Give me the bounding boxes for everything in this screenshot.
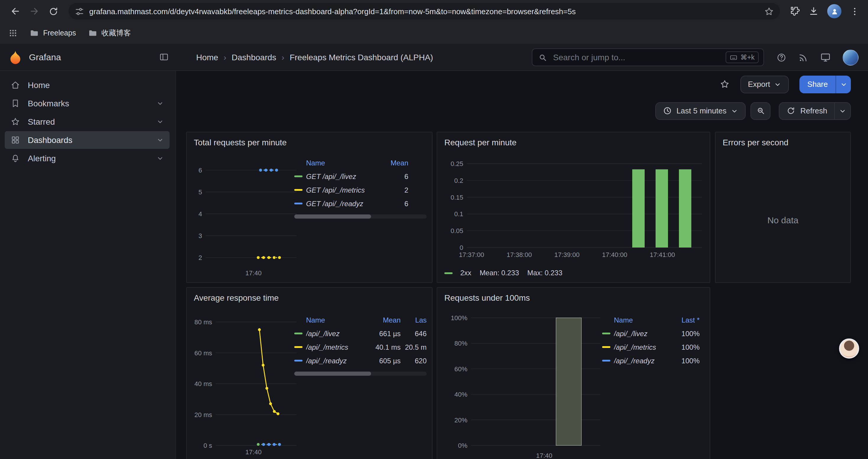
sidebar-item-starred[interactable]: Starred [5, 113, 169, 131]
sidebar-item-label: Starred [28, 117, 55, 126]
browser-menu-button[interactable] [850, 3, 860, 20]
sidebar: HomeBookmarksStarredDashboardsAlerting [0, 71, 176, 459]
legend-col-name[interactable]: Name [294, 316, 366, 324]
bookmark-folder-freeleaps[interactable]: Freeleaps [30, 28, 76, 38]
legend-col-name[interactable]: Name [602, 316, 671, 324]
time-controls: Last 5 minutes Refresh [176, 97, 868, 124]
search-box[interactable]: ⌘+k [532, 48, 764, 66]
legend-col-name[interactable]: Name [294, 159, 379, 167]
legend-col[interactable]: Last * [671, 316, 700, 324]
legend-series-name[interactable]: /api/_/metrics [614, 343, 671, 351]
search-input[interactable] [552, 52, 721, 63]
forward-button[interactable] [26, 3, 42, 20]
export-button[interactable]: Export [740, 75, 789, 93]
grafana-header: Grafana Home›Dashboards›Freeleaps Metric… [0, 44, 868, 71]
browser-profile-avatar[interactable] [827, 4, 841, 18]
svg-text:17:41:00: 17:41:00 [650, 251, 675, 258]
legend-scrollbar[interactable] [294, 371, 427, 376]
scrollbar-thumb[interactable] [294, 371, 371, 376]
legend-series-name[interactable]: /api/_/readyz [614, 357, 671, 365]
reload-button[interactable] [45, 3, 61, 20]
no-data-message: No data [716, 215, 850, 225]
legend-series-name[interactable]: /api/_/readyz [306, 357, 366, 365]
toolbar-right [787, 3, 862, 20]
svg-text:0.05: 0.05 [451, 227, 463, 234]
legend-row: GET /api/_/livez6 [294, 169, 427, 183]
panel-title[interactable]: Average response time [194, 293, 279, 302]
legend-header: NameMean [294, 157, 427, 169]
sidebar-nav: HomeBookmarksStarredDashboardsAlerting [0, 76, 176, 167]
chevron-down-icon[interactable] [157, 118, 164, 125]
favorite-star-icon[interactable] [719, 79, 730, 89]
zoom-out-button[interactable] [751, 102, 771, 120]
sidebar-item-alerting[interactable]: Alerting [5, 150, 169, 167]
grafana-logo[interactable] [8, 49, 23, 65]
legend-value: 620 [401, 357, 427, 365]
svg-text:0.15: 0.15 [451, 194, 463, 201]
bookmark-star-icon[interactable] [764, 6, 774, 16]
monitor-icon[interactable] [820, 52, 831, 63]
news-rss-icon[interactable] [798, 52, 808, 62]
sidebar-item-dashboards[interactable]: Dashboards [5, 131, 169, 149]
site-settings-icon[interactable] [74, 6, 85, 16]
chevron-down-icon[interactable] [157, 136, 164, 143]
extensions-button[interactable] [789, 3, 800, 20]
svg-text:0.1: 0.1 [454, 210, 463, 218]
share-split-button: Share [800, 75, 851, 93]
download-icon [808, 6, 819, 17]
downloads-button[interactable] [808, 3, 819, 20]
legend-col[interactable]: Mean [379, 159, 408, 167]
brand-name[interactable]: Grafana [29, 52, 61, 62]
url-bar[interactable]: grafana.mathmast.com/d/deytv4rwavabkb/fr… [68, 3, 780, 20]
url-text[interactable]: grafana.mathmast.com/d/deytv4rwavabkb/fr… [89, 7, 759, 15]
refresh-interval-button[interactable] [834, 102, 850, 119]
refresh-split-button: Refresh [779, 102, 851, 120]
legend-col[interactable]: Mean [366, 316, 401, 324]
bookmark-folder-blogs[interactable]: 收藏博客 [88, 28, 131, 38]
star-icon [11, 117, 20, 126]
panel-title[interactable]: Total requests per minute [194, 138, 286, 147]
share-menu-button[interactable] [836, 75, 851, 93]
time-range-picker[interactable]: Last 5 minutes [655, 102, 746, 120]
refresh-button[interactable]: Refresh [780, 102, 834, 119]
legend-scrollbar[interactable] [294, 215, 427, 219]
apps-grid-icon[interactable] [8, 28, 18, 38]
help-icon[interactable] [776, 52, 786, 62]
sidebar-item-bookmarks[interactable]: Bookmarks [5, 95, 169, 112]
panel-title[interactable]: Requests under 100ms [444, 293, 530, 302]
share-button[interactable]: Share [800, 75, 836, 93]
user-avatar[interactable] [843, 49, 859, 65]
chevron-down-icon[interactable] [157, 100, 164, 107]
panel-title[interactable]: Request per minute [444, 138, 517, 147]
puzzle-icon [789, 6, 800, 17]
back-button[interactable] [7, 3, 24, 20]
panel-title[interactable]: Errors per second [723, 138, 788, 147]
chevron-down-icon [840, 80, 847, 88]
dock-menu-icon[interactable] [159, 52, 169, 62]
svg-text:17:40: 17:40 [536, 452, 552, 459]
sidebar-item-label: Alerting [28, 154, 56, 163]
svg-text:4: 4 [198, 210, 202, 218]
legend-value: 100% [671, 343, 700, 351]
sidebar-item-home[interactable]: Home [5, 76, 169, 94]
legend-series-name[interactable]: /api/_/livez [614, 329, 671, 338]
dashboard-main: Export Share Last 5 minutes [176, 71, 868, 459]
scrollbar-thumb[interactable] [294, 215, 371, 219]
legend-series-name[interactable]: /api/_/metrics [306, 343, 366, 351]
legend-series-name[interactable]: GET /api/_/metrics [306, 186, 379, 194]
legend-series-name[interactable]: GET /api/_/livez [306, 172, 379, 181]
series-color-dash [294, 346, 303, 348]
legend-series-name[interactable]: /api/_/livez [306, 329, 366, 338]
breadcrumb-item[interactable]: Dashboards [231, 52, 276, 62]
floating-assistant-avatar[interactable] [839, 338, 859, 359]
svg-text:17:38:00: 17:38:00 [507, 251, 532, 258]
svg-text:40 ms: 40 ms [194, 380, 212, 388]
legend-col[interactable]: Las [401, 316, 427, 324]
breadcrumb-item[interactable]: Home [196, 52, 218, 62]
legend-series[interactable]: 2xx [444, 269, 471, 277]
search-shortcut: ⌘+k [725, 52, 759, 63]
breadcrumb-item[interactable]: Freeleaps Metrics Dashboard (ALPHA) [289, 52, 433, 62]
legend-series-name[interactable]: GET /api/_/readyz [306, 199, 379, 208]
chevron-down-icon[interactable] [157, 155, 164, 162]
svg-text:20%: 20% [454, 417, 467, 424]
